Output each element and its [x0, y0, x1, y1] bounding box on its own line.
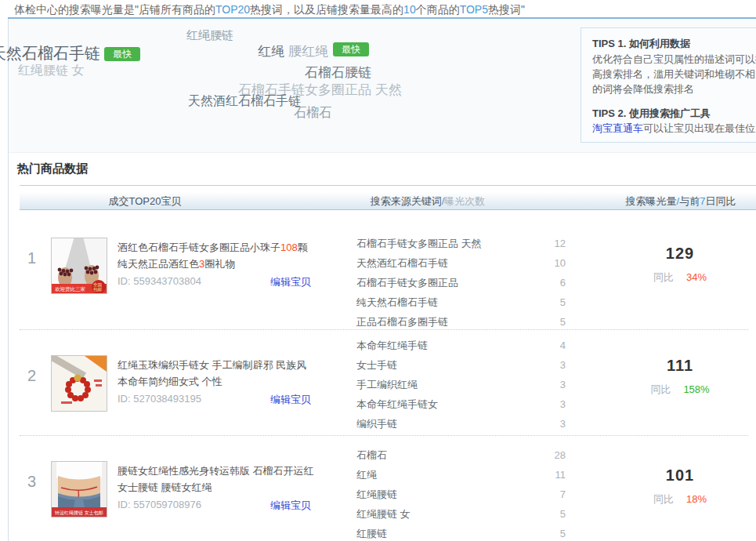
table-header: 成交TOP20宝贝 搜索来源关键词/曝光次数 搜索曝光量/与前7日同比 [20, 192, 756, 210]
keyword-row: 手工编织红绳3 [356, 375, 566, 394]
keyword-count: 5 [560, 504, 566, 524]
ztc-link[interactable]: 淘宝直通车 [592, 122, 643, 134]
col-header-keywords: 搜索来源关键词/曝光次数 [326, 194, 530, 209]
tips1-title: TIPS 1. 如何利用数据 [592, 37, 756, 51]
keyword-count: 3 [560, 355, 566, 375]
keyword-row: 本命年红绳手链4 [356, 336, 566, 355]
exposure-block: 129 同比34% [619, 245, 741, 285]
keyword-count: 5 [560, 524, 566, 541]
keyword-count: 12 [555, 234, 566, 253]
keyword-count: 7 [560, 485, 566, 504]
svg-text:转运红绳腰链 女士包邮: 转运红绳腰链 女士包邮 [55, 510, 103, 516]
exposure-value: 101 [619, 467, 741, 485]
bracelet-photo-placeholder: 欢迎货比三家 全国 包邮 [52, 238, 107, 293]
col-header-top20: 成交TOP20宝贝 [20, 194, 270, 209]
cloud-keyword: 红绳腰链 女 [18, 63, 84, 79]
section-title: 热门商品数据 [17, 162, 88, 176]
product-image: 转运红绳腰链 女士包邮 [51, 461, 107, 517]
exposure-value: 111 [619, 357, 741, 375]
cloud-keyword: 石榴石 [294, 105, 331, 122]
rank-number: 3 [27, 473, 36, 491]
page-note: 体检中心的搜索曝光量是"店铺所有商品的TOP20热搜词，以及店铺搜索量最高的10… [14, 3, 525, 17]
product-title: 酒红色石榴石手链女多圈正品小珠子108颗纯天然正品酒红色3圈礼物 [118, 239, 315, 272]
red-bead-bracelet-photo-placeholder [52, 356, 107, 411]
edit-item-link[interactable]: 编辑宝贝 [270, 499, 311, 513]
keyword-cloud-panel: 红绳腰链 红绳 腰红绳 天然石榴石手链 最快 红绳腰链 女 最快 石榴石腰链 石… [9, 19, 756, 153]
waist-chain-photo-placeholder: 转运红绳腰链 女士包邮 [52, 462, 107, 517]
exposure-block: 111 同比158% [619, 357, 741, 397]
rank-number: 2 [27, 367, 36, 385]
product-image [51, 355, 107, 412]
edit-item-link[interactable]: 编辑宝贝 [270, 393, 311, 407]
cloud-keyword: 腰红绳 [288, 42, 328, 60]
yoy-label: 同比 [653, 271, 674, 283]
keyword-count: 3 [560, 375, 566, 394]
keyword-count: 11 [555, 465, 566, 485]
tips1-body: 优化符合自己宝贝属性的描述词可以提高搜索排名，滥用关键词和堆砌不相关的词将会降低… [592, 52, 756, 96]
product-image: 欢迎货比三家 全国 包邮 [51, 238, 107, 294]
table-row: 3 转运红绳腰链 女士包邮 腰链女红绳性感光身转运韩版 石榴石开运红女士腰链 腰… [20, 435, 748, 541]
keyword-count: 3 [560, 414, 566, 434]
rank-number: 1 [27, 249, 36, 267]
svg-text:欢迎货比三家: 欢迎货比三家 [55, 286, 86, 292]
keyword-list: 石榴石28 红绳11 红绳腰链7 红绳腰链 女5 红腰链5 [356, 445, 566, 541]
keyword-list: 石榴石手链女多圈正品 天然12 天然酒红石榴石手链10 石榴石手链女多圈正品6 … [356, 234, 566, 332]
product-title: 红绳玉珠编织手链女 手工编制辟邪 民族风本命年简约细女式 个性 [118, 357, 315, 390]
keyword-list: 本命年红绳手链4 女士手链3 手工编织红绳3 本命年红绳手链女3 编织手链3 [356, 336, 566, 434]
product-id: ID: 559343703804 [118, 275, 201, 287]
cloud-keyword: 红绳 [258, 42, 284, 60]
cloud-keyword: 红绳腰链 [186, 28, 233, 43]
tips-panel: TIPS 1. 如何利用数据 优化符合自己宝贝属性的描述词可以提高搜索排名，滥用… [581, 27, 756, 143]
keyword-row: 石榴石手链女多圈正品6 [356, 273, 566, 292]
table-row: 2 红绳玉珠编织手链女 手工编制辟邪 民族风本命年简约细女式 个性 ID: 52… [20, 329, 748, 436]
yoy-value: 18% [686, 493, 707, 505]
keyword-row: 石榴石手链女多圈正品 天然12 [356, 234, 566, 253]
section-divider [20, 185, 756, 186]
keyword-count: 4 [560, 336, 566, 355]
keyword-row: 编织手链3 [356, 414, 566, 434]
keyword-count: 10 [555, 253, 566, 273]
fastest-badge: 最快 [104, 47, 140, 61]
yoy-label: 同比 [650, 383, 671, 395]
product-id: ID: 557059708976 [118, 499, 201, 510]
exposure-value: 129 [619, 245, 741, 263]
keyword-row: 红绳11 [356, 465, 566, 485]
fastest-badge: 最快 [333, 42, 369, 56]
keyword-row: 天然酒红石榴石手链10 [356, 253, 566, 273]
tips2-rest: 可以让宝贝出现在最佳位置 [643, 122, 756, 134]
exposure-block: 101 同比18% [619, 467, 741, 507]
edit-item-link[interactable]: 编辑宝贝 [270, 275, 311, 289]
keyword-row: 红绳腰链 女5 [356, 504, 566, 524]
keyword-count: 28 [555, 445, 566, 465]
keyword-count: 6 [560, 273, 566, 292]
keyword-count: 3 [560, 394, 566, 414]
product-title: 腰链女红绳性感光身转运韩版 石榴石开运红女士腰链 腰链女红绳 [118, 463, 315, 496]
keyword-row: 红腰链5 [356, 524, 566, 541]
keyword-row: 女士手链3 [356, 355, 566, 375]
keyword-row: 红绳腰链7 [356, 485, 566, 504]
cloud-keyword: 天然酒红石榴石手链 [188, 93, 301, 110]
table-row: 1 欢迎货比三家 全国 包邮 酒红色石榴石手链女多圈正品小珠子108颗纯天然正品… [20, 212, 748, 330]
svg-text:包邮: 包邮 [93, 287, 103, 292]
product-id: ID: 527038493195 [118, 393, 201, 405]
cloud-keyword: 天然石榴石手链 [0, 43, 100, 64]
col-header-exposure: 搜索曝光量/与前7日同比 [620, 194, 742, 209]
yoy-label: 同比 [653, 493, 674, 505]
keyword-row: 纯天然石榴石手链5 [356, 292, 566, 312]
keyword-count: 5 [560, 292, 566, 312]
yoy-value: 34% [686, 271, 707, 283]
cloud-keyword: 石榴石腰链 [305, 64, 371, 82]
tips2-title: TIPS 2. 使用搜索推广工具 [592, 107, 756, 121]
keyword-row: 本命年红绳手链女3 [356, 394, 566, 414]
keyword-row: 石榴石28 [356, 445, 566, 465]
yoy-value: 158% [683, 383, 709, 395]
